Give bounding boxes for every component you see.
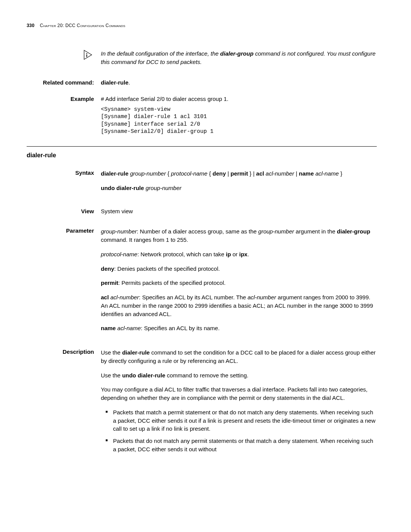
- svg-point-1: [86, 53, 88, 54]
- note-row: In the default configuration of the inte…: [27, 50, 377, 66]
- example-label: Example: [70, 96, 94, 102]
- section-title: dialer-rule: [27, 152, 377, 159]
- syntax-label: Syntax: [75, 169, 94, 176]
- related-command-label: Related command:: [43, 79, 94, 86]
- page-header: 330 Chapter 20: DCC Configuration Comman…: [27, 23, 377, 28]
- info-arrow-icon: [83, 50, 94, 60]
- note-text: In the default configuration of the inte…: [101, 50, 377, 66]
- section-divider: [27, 146, 377, 147]
- desc-p2: Use the undo dialer-rule command to remo…: [101, 371, 377, 380]
- svg-marker-0: [84, 50, 92, 59]
- param-acl: acl acl-number: Specifies an ACL by its …: [101, 293, 377, 318]
- related-command-row: Related command: dialer-rule.: [27, 79, 377, 86]
- description-row: Description Use the dialer-rule command …: [27, 348, 377, 457]
- param-permit: permit: Permits packets of the specified…: [101, 279, 377, 287]
- param-name: name acl-name: Specifies an ACL by its n…: [101, 324, 377, 332]
- view-row: View System view: [27, 208, 377, 214]
- param-deny: deny: Denies packets of the specified pr…: [101, 265, 377, 273]
- page: 330 Chapter 20: DCC Configuration Comman…: [0, 0, 411, 483]
- svg-rect-2: [86, 55, 87, 57]
- param-group-number: group-number: Number of a dialer access …: [101, 227, 377, 244]
- list-item: Packets that match a permit statement or…: [108, 408, 377, 433]
- example-cli: <Sysname> system-view [Sysname] dialer-r…: [101, 106, 377, 136]
- syntax-line: dialer-rule group-number { protocol-name…: [101, 169, 377, 178]
- page-number: 330: [27, 23, 35, 28]
- view-label: View: [81, 208, 94, 214]
- syntax-undo: undo dialer-rule group-number: [101, 184, 377, 192]
- example-row: Example # Add interface Serial 2/0 to di…: [27, 96, 377, 136]
- example-desc: # Add interface Serial 2/0 to dialer acc…: [101, 96, 377, 102]
- view-value: System view: [101, 208, 133, 214]
- related-command-value: dialer-rule: [101, 79, 129, 86]
- desc-p3: You may configure a dial ACL to filter t…: [101, 385, 377, 402]
- parameter-label: Parameter: [66, 227, 94, 234]
- parameter-row: Parameter group-number: Number of a dial…: [27, 227, 377, 339]
- description-label: Description: [62, 348, 94, 355]
- desc-list: Packets that match a permit statement or…: [101, 408, 377, 454]
- param-protocol-name: protocol-name: Network protocol, which c…: [101, 250, 377, 259]
- desc-p1: Use the dialer-rule command to set the c…: [101, 348, 377, 365]
- list-item: Packets that do not match any permit sta…: [108, 437, 377, 454]
- syntax-row: Syntax dialer-rule group-number { protoc…: [27, 169, 377, 198]
- chapter-title: Chapter 20: DCC Configuration Commands: [40, 23, 126, 28]
